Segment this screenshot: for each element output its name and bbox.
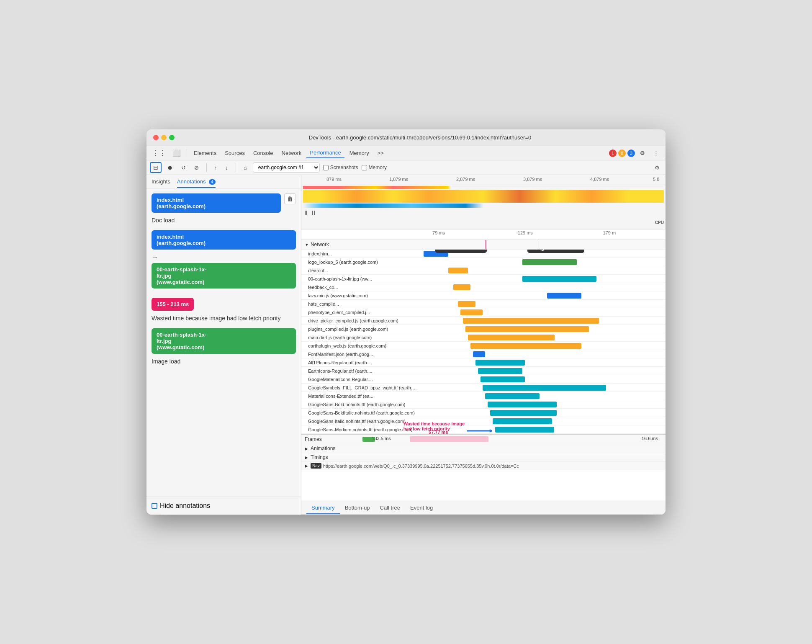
nav-url: https://earth.google.com/web/Q0_.c_0.373… <box>323 464 519 469</box>
table-row: feedback_co... <box>301 283 666 291</box>
separator2 <box>206 163 207 172</box>
row-label: EarthIcons-Regular.otf (earth.... <box>301 368 419 374</box>
annotations-tab[interactable]: Annotations 4 <box>177 178 216 188</box>
devtools-window: DevTools - earth.google.com/static/multi… <box>146 129 666 515</box>
ms-label-129: 129 ms <box>518 230 533 235</box>
sources-tab[interactable]: Sources <box>221 148 248 158</box>
network-label-row: ▼ Network <box>301 240 666 250</box>
row-bar-container <box>419 258 666 266</box>
row-label: GoogleSans-Medium.nohints.ttf (earth.goo… <box>301 427 419 432</box>
ruler-ms-5: 4,879 ms <box>590 177 609 182</box>
annotation-item-3: 155 - 213 ms Wasted time because image h… <box>152 298 296 322</box>
row-bar-container <box>419 367 666 375</box>
network-tab[interactable]: Network <box>278 148 305 158</box>
row-label: 00-earth-splash-1x-ltr.jpg (ww... <box>301 276 419 281</box>
bottom-up-tab[interactable]: Bottom-up <box>340 502 375 514</box>
pause-button[interactable]: ⏸ <box>303 209 309 216</box>
table-row: lazy.min.js (www.gstatic.com) <box>301 291 666 300</box>
ms-label-79: 79 ms <box>432 230 445 235</box>
row-bar <box>458 301 475 307</box>
row-label: All1PIcons-Regular.otf (earth.... <box>301 360 419 365</box>
error-badge: 1 <box>609 149 617 157</box>
frames-bar-container: 133.5 ms 16.6 ms Wasted time because ima… <box>347 436 662 443</box>
row-bar <box>475 360 525 366</box>
clear-button[interactable]: ⊘ <box>192 163 201 172</box>
table-row: EarthIcons-Regular.otf (earth.... <box>301 367 666 375</box>
minimize-button[interactable] <box>161 135 167 140</box>
performance-tab[interactable]: Performance <box>306 148 344 158</box>
row-bar-container <box>419 325 666 333</box>
separator3 <box>236 163 236 172</box>
row-bar-container <box>419 291 666 299</box>
screenshots-checkbox-label: Screenshots <box>323 165 358 170</box>
table-row: 00-earth-splash-1x-ltr.jpg (ww... <box>301 275 666 283</box>
annotation-item-1: index.html(earth.google.com) 🗑 Doc load <box>152 193 296 224</box>
row-bar <box>485 393 540 399</box>
table-row: hats_compile... <box>301 300 666 308</box>
ms-label-179: 179 m <box>603 230 616 235</box>
table-row: main.dart.js (earth.google.com) <box>301 333 666 342</box>
ruler-ms-6: 5,8 <box>653 177 659 182</box>
annotation-item-2: index.html(earth.google.com) → 00-earth-… <box>152 230 296 291</box>
close-button[interactable] <box>153 135 159 140</box>
network-section: 79 ms 129 ms 179 m Doc load Image load <box>301 229 666 500</box>
maximize-button[interactable] <box>169 135 175 140</box>
separator <box>187 149 187 157</box>
title-bar: DevTools - earth.google.com/static/multi… <box>146 129 666 146</box>
elements-tab[interactable]: Elements <box>190 148 220 158</box>
animations-row: ▶ Animations <box>301 444 666 453</box>
row-label: lazy.min.js (www.gstatic.com) <box>301 293 419 298</box>
wasted-ms-annotation: 57.77 ms <box>429 430 448 435</box>
network-triangle: ▼ <box>305 242 309 247</box>
cpu-label: CPU <box>655 220 664 225</box>
row-label: feedback_co... <box>301 285 419 290</box>
download-button[interactable]: ↓ <box>223 163 231 172</box>
memory-tab[interactable]: Memory <box>346 148 373 158</box>
summary-tab[interactable]: Summary <box>306 502 340 514</box>
row-label: GoogleMaterialIcons-Regular.... <box>301 377 419 382</box>
annotation-tag-1: index.html(earth.google.com) <box>152 193 281 213</box>
record-button[interactable]: ⏺ <box>165 163 175 172</box>
screenshots-checkbox[interactable] <box>323 165 329 170</box>
animations-triangle: ▶ <box>305 446 308 451</box>
sidebar-toggle-button[interactable]: ⊟ <box>150 162 162 173</box>
upload-button[interactable]: ↑ <box>212 163 220 172</box>
ruler-spacer <box>303 230 420 239</box>
play-button[interactable]: ⏸ <box>311 209 316 216</box>
memory-checkbox[interactable] <box>362 165 367 170</box>
row-bar-container <box>419 308 666 316</box>
network-section-label: Network <box>311 242 329 247</box>
ruler-ms-4: 3,879 ms <box>523 177 542 182</box>
more-options-button[interactable]: ⋮ <box>650 148 662 158</box>
call-tree-tab[interactable]: Call tree <box>375 502 405 514</box>
home-button[interactable]: ⌂ <box>241 163 249 172</box>
ms-ruler: 79 ms 129 ms 179 m Doc load Image load <box>301 229 666 240</box>
timeline-header: 879 ms 1,879 ms 2,879 ms 3,879 ms 4,879 … <box>301 175 666 229</box>
selector-tool-button[interactable]: ⋮⋮ <box>150 148 168 158</box>
insights-tab[interactable]: Insights <box>152 178 170 188</box>
nav-badge: Nav <box>311 463 321 469</box>
device-toolbar-button[interactable]: ⬜ <box>170 148 183 158</box>
settings-perf-button[interactable]: ⚙ <box>652 163 662 172</box>
event-log-tab[interactable]: Event log <box>405 502 438 514</box>
ms-ruler-bars: 79 ms 129 ms 179 m <box>420 230 664 239</box>
network-rows: index.htm... logo_lookup_5 (earth.google… <box>301 250 666 434</box>
warning-badge: 8 <box>618 149 626 157</box>
delete-annotation-1-button[interactable]: 🗑 <box>284 193 296 204</box>
row-label: MaterialIcons-Extended.ttf (ea... <box>301 394 419 399</box>
row-label: hats_compile... <box>301 301 419 307</box>
frames-ms1: 133.5 ms <box>372 436 391 441</box>
url-select[interactable]: earth.google.com #1 <box>253 162 320 173</box>
reload-button[interactable]: ↺ <box>179 163 188 172</box>
table-row: GoogleSans-Bold.nohints.ttf (earth.googl… <box>301 400 666 409</box>
console-tab[interactable]: Console <box>250 148 277 158</box>
more-tabs-button[interactable]: >> <box>374 148 387 158</box>
settings-button[interactable]: ⚙ <box>637 148 648 158</box>
annotation-tag-3: 155 - 213 ms <box>152 298 194 311</box>
table-row: drive_picker_compiled.js (earth.google.c… <box>301 317 666 325</box>
black-timeline-line <box>536 240 536 249</box>
row-bar-container <box>419 392 666 400</box>
flame-chart-overview <box>303 186 664 189</box>
row-bar <box>493 418 552 424</box>
right-panel: 879 ms 1,879 ms 2,879 ms 3,879 ms 4,879 … <box>301 175 666 515</box>
